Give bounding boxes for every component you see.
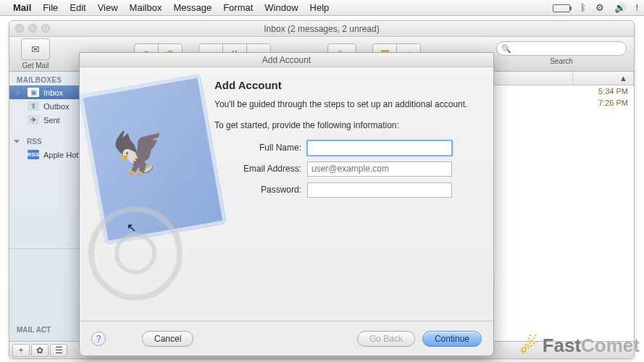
comet-icon: ☄	[520, 334, 538, 358]
menu-message[interactable]: Message	[173, 2, 212, 13]
menu-view[interactable]: View	[98, 2, 118, 13]
get-mail-label: Get Mail	[22, 62, 49, 70]
sidebar-item-label: Sent	[43, 116, 60, 125]
outbox-icon: ⬆	[28, 101, 39, 111]
plus-icon: +	[18, 345, 23, 355]
menu-edit[interactable]: Edit	[70, 2, 85, 13]
search-icon: 🔍	[501, 44, 511, 54]
sheet-intro-text: You'll be guided through the steps to se…	[214, 98, 477, 111]
close-window-button[interactable]	[15, 24, 24, 33]
system-menubar: Mail File Edit View Mailbox Message Form…	[0, 0, 644, 16]
envelope-icon: ✉︎	[31, 43, 40, 55]
battery-icon[interactable]	[553, 4, 570, 12]
show-activity-button[interactable]: ☰	[50, 344, 67, 357]
cancel-button[interactable]: Cancel	[142, 331, 193, 347]
clock-partial[interactable]: !	[635, 2, 638, 13]
add-account-form: Add Account You'll be guided through the…	[200, 76, 482, 321]
sent-icon: ✈	[28, 115, 39, 125]
bluetooth-icon[interactable]: ᛒ	[580, 2, 586, 13]
password-label: Password:	[214, 185, 301, 195]
menu-window[interactable]: Window	[264, 2, 298, 13]
sidebar-item-label: Inbox	[43, 88, 63, 97]
window-title: Inbox (2 messages, 2 unread)	[264, 24, 379, 34]
add-button[interactable]: +	[12, 344, 30, 357]
full-name-label: Full Name:	[214, 143, 301, 153]
email-field[interactable]	[307, 161, 452, 177]
wifi-icon[interactable]: ⚙	[595, 2, 604, 13]
help-button[interactable]: ?	[91, 332, 106, 346]
sidebar-item-label: Outbox	[43, 102, 69, 111]
add-account-sheet: Add Account 🦅 Add Account You'll be guid…	[79, 52, 494, 356]
help-icon: ?	[96, 334, 101, 344]
menu-mailbox[interactable]: Mailbox	[130, 2, 162, 13]
search-input[interactable]	[496, 41, 627, 56]
menu-file[interactable]: File	[43, 2, 58, 13]
watermark-text-b: Comet	[581, 334, 640, 356]
sheet-title: Add Account	[80, 53, 493, 67]
menu-app[interactable]: Mail	[13, 2, 31, 13]
postmark-graphic	[88, 206, 183, 300]
search-container: 🔍 Search	[496, 41, 627, 65]
sheet-footer: ? Cancel Go Back Continue	[80, 321, 493, 355]
continue-button[interactable]: Continue	[422, 331, 482, 347]
gear-icon: ✿	[36, 345, 43, 355]
disclosure-icon[interactable]	[17, 90, 20, 96]
window-titlebar[interactable]: Inbox (2 messages, 2 unread)	[9, 21, 634, 37]
watermark: ☄ FastComet	[520, 334, 640, 358]
activity-icon: ☰	[55, 345, 63, 355]
menu-help[interactable]: Help	[310, 2, 330, 13]
disclosure-icon[interactable]	[14, 140, 20, 143]
password-field[interactable]	[307, 182, 452, 198]
full-name-field[interactable]	[307, 140, 452, 156]
minimize-window-button[interactable]	[28, 24, 37, 33]
sheet-prompt-text: To get started, provide the following in…	[214, 119, 477, 132]
go-back-button[interactable]: Go Back	[357, 331, 415, 347]
menu-format[interactable]: Format	[223, 2, 253, 13]
eagle-icon: 🦅	[109, 122, 171, 182]
sidebar-rss-label: RSS	[27, 138, 42, 146]
column-sort-indicator[interactable]: ▲	[573, 72, 634, 85]
window-traffic-lights[interactable]	[15, 24, 50, 33]
watermark-text-a: Fast	[543, 334, 581, 356]
sheet-heading: Add Account	[214, 79, 477, 91]
zoom-window-button[interactable]	[41, 24, 50, 33]
search-label: Search	[496, 57, 627, 65]
menubar-status-icons: ᛒ ⚙ 🔊 !	[545, 2, 638, 13]
email-label: Email Address:	[214, 164, 301, 174]
volume-icon[interactable]: 🔊	[614, 2, 626, 13]
message-time: 7:26 PM	[567, 98, 628, 107]
inbox-icon: ▣	[28, 88, 39, 97]
message-time: 5:34 PM	[567, 87, 628, 96]
rss-icon: RSS	[28, 150, 39, 159]
action-button[interactable]: ✿	[31, 344, 49, 357]
get-mail-button[interactable]: ✉︎	[21, 38, 50, 60]
decorative-stamp-art: 🦅	[91, 76, 193, 321]
